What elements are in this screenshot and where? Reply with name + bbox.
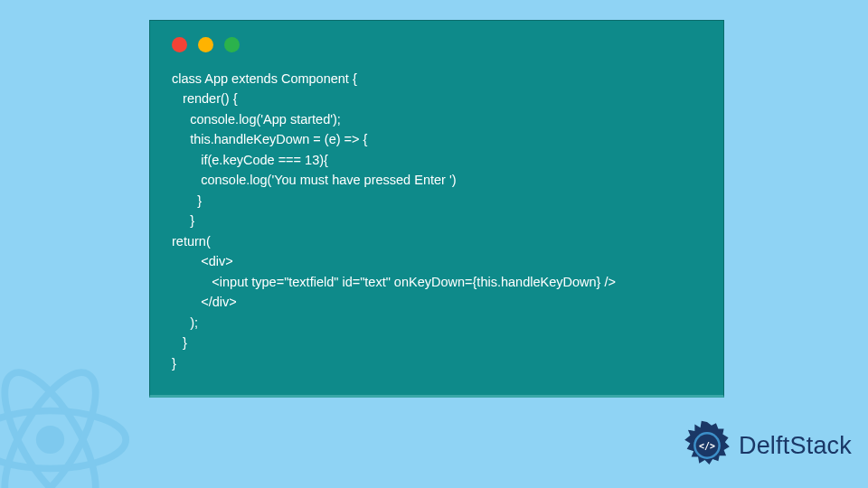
- brand-name: DelftStack: [739, 432, 852, 460]
- maximize-icon: [224, 37, 240, 52]
- react-logo-icon: [0, 361, 129, 488]
- code-window: class App extends Component { render() {…: [149, 20, 724, 398]
- traffic-lights: [172, 37, 702, 52]
- minimize-icon: [198, 37, 213, 52]
- svg-text:</>: </>: [699, 441, 715, 451]
- svg-point-0: [36, 426, 64, 454]
- close-icon: [172, 37, 187, 52]
- brand: </> DelftStack: [679, 418, 852, 474]
- code-block: class App extends Component { render() {…: [172, 69, 702, 373]
- brand-logo-icon: </>: [679, 418, 735, 474]
